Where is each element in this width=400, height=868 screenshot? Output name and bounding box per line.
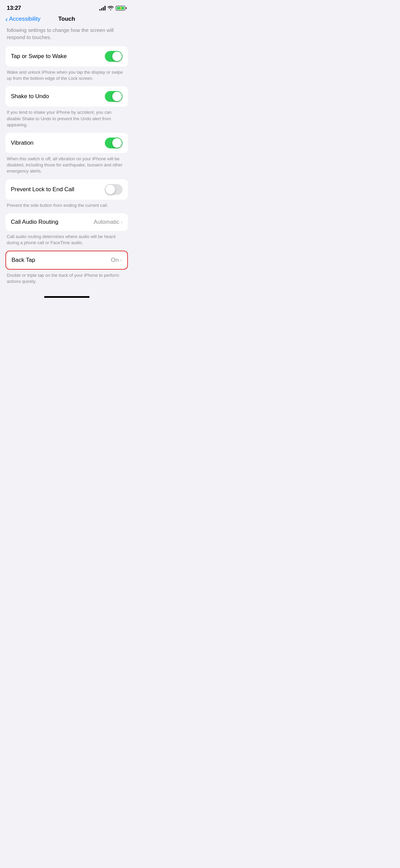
back-tap-chevron-icon: › [120,257,122,263]
back-button[interactable]: ‹ Accessibility [5,16,40,22]
call-audio-routing-value: Automatic [94,219,119,225]
battery-icon: ⚡ [116,6,127,11]
prevent-lock-row[interactable]: Prevent Lock to End Call [5,179,128,200]
tap-swipe-wake-description: Wake and unlock iPhone when you tap the … [5,69,128,86]
status-time: 13:27 [7,5,21,12]
call-audio-routing-value-group: Automatic › [94,219,122,225]
vibration-toggle[interactable] [105,138,122,148]
signal-icon [99,6,106,11]
wifi-icon [108,5,114,11]
toggle-thumb [112,52,122,61]
prevent-lock-label: Prevent Lock to End Call [11,186,74,193]
shake-to-undo-toggle[interactable] [105,91,122,102]
prevent-lock-description: Prevent the side button from ending the … [5,202,128,213]
home-indicator [0,289,133,301]
shake-to-undo-card: Shake to Undo [5,86,128,107]
nav-header: ‹ Accessibility Touch [0,14,133,26]
tap-swipe-wake-label: Tap or Swipe to Wake [11,53,67,60]
tap-swipe-wake-toggle[interactable] [105,51,122,62]
toggle-thumb [106,185,115,194]
back-tap-row[interactable]: Back Tap On › [6,251,127,269]
home-bar [44,296,90,298]
back-chevron-icon: ‹ [5,16,8,22]
back-tap-value: On [111,257,119,264]
shake-to-undo-description: If you tend to shake your iPhone by acci… [5,109,128,133]
vibration-card: Vibration [5,133,128,153]
toggle-thumb [112,138,122,148]
back-tap-label: Back Tap [12,257,35,264]
call-audio-routing-row[interactable]: Call Audio Routing Automatic › [5,213,128,231]
call-audio-routing-card: Call Audio Routing Automatic › [5,213,128,231]
call-audio-routing-description: Call audio routing determines where audi… [5,234,128,251]
call-audio-routing-label: Call Audio Routing [11,219,58,225]
back-tap-card: Back Tap On › [5,251,128,270]
shake-to-undo-row[interactable]: Shake to Undo [5,86,128,107]
shake-to-undo-label: Shake to Undo [11,93,49,100]
content-area: following settings to change how the scr… [0,26,133,289]
tap-swipe-wake-row[interactable]: Tap or Swipe to Wake [5,46,128,67]
prevent-lock-card: Prevent Lock to End Call [5,179,128,200]
back-label: Accessibility [9,16,41,22]
intro-text: following settings to change how the scr… [5,26,128,46]
vibration-row[interactable]: Vibration [5,133,128,153]
call-audio-routing-chevron-icon: › [121,219,122,225]
back-tap-value-group: On › [111,257,122,264]
status-bar: 13:27 ⚡ [0,0,133,14]
vibration-description: When this switch is off, all vibration o… [5,156,128,179]
status-icons: ⚡ [99,5,127,11]
toggle-thumb [112,92,122,101]
back-tap-description: Double or triple tap on the back of your… [5,272,128,289]
prevent-lock-toggle[interactable] [105,184,122,195]
tap-swipe-wake-card: Tap or Swipe to Wake [5,46,128,67]
vibration-label: Vibration [11,140,34,146]
page-title: Touch [58,16,75,22]
